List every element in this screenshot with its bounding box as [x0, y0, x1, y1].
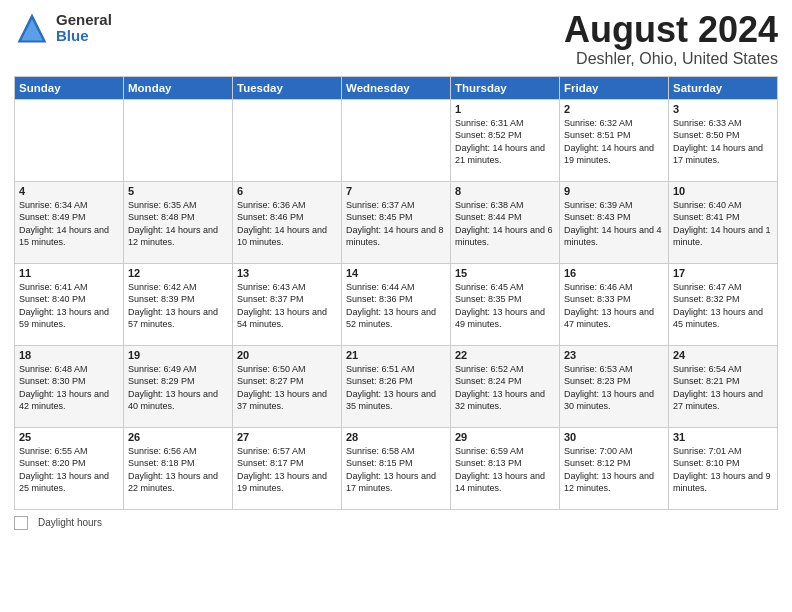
day-info: Sunrise: 6:47 AM Sunset: 8:32 PM Dayligh… — [673, 281, 773, 331]
day-info: Sunrise: 6:33 AM Sunset: 8:50 PM Dayligh… — [673, 117, 773, 167]
day-number: 1 — [455, 103, 555, 115]
calendar-cell: 3Sunrise: 6:33 AM Sunset: 8:50 PM Daylig… — [669, 99, 778, 181]
calendar-cell: 1Sunrise: 6:31 AM Sunset: 8:52 PM Daylig… — [451, 99, 560, 181]
day-info: Sunrise: 6:35 AM Sunset: 8:48 PM Dayligh… — [128, 199, 228, 249]
day-info: Sunrise: 6:38 AM Sunset: 8:44 PM Dayligh… — [455, 199, 555, 249]
logo-general: General — [56, 12, 112, 29]
day-info: Sunrise: 6:48 AM Sunset: 8:30 PM Dayligh… — [19, 363, 119, 413]
day-info: Sunrise: 6:31 AM Sunset: 8:52 PM Dayligh… — [455, 117, 555, 167]
day-number: 19 — [128, 349, 228, 361]
day-number: 10 — [673, 185, 773, 197]
calendar-header-saturday: Saturday — [669, 76, 778, 99]
day-info: Sunrise: 6:45 AM Sunset: 8:35 PM Dayligh… — [455, 281, 555, 331]
day-number: 3 — [673, 103, 773, 115]
calendar-cell — [124, 99, 233, 181]
page: General Blue August 2024 Deshler, Ohio, … — [0, 0, 792, 612]
month-title: August 2024 — [564, 10, 778, 50]
day-info: Sunrise: 6:56 AM Sunset: 8:18 PM Dayligh… — [128, 445, 228, 495]
day-info: Sunrise: 7:00 AM Sunset: 8:12 PM Dayligh… — [564, 445, 664, 495]
day-number: 24 — [673, 349, 773, 361]
header: General Blue August 2024 Deshler, Ohio, … — [14, 10, 778, 68]
day-info: Sunrise: 6:49 AM Sunset: 8:29 PM Dayligh… — [128, 363, 228, 413]
footer: Daylight hours — [14, 516, 778, 530]
calendar-header-friday: Friday — [560, 76, 669, 99]
calendar-cell — [342, 99, 451, 181]
calendar-cell: 28Sunrise: 6:58 AM Sunset: 8:15 PM Dayli… — [342, 427, 451, 509]
day-number: 6 — [237, 185, 337, 197]
day-number: 26 — [128, 431, 228, 443]
day-info: Sunrise: 6:39 AM Sunset: 8:43 PM Dayligh… — [564, 199, 664, 249]
calendar-cell: 20Sunrise: 6:50 AM Sunset: 8:27 PM Dayli… — [233, 345, 342, 427]
calendar-header-sunday: Sunday — [15, 76, 124, 99]
calendar-cell: 15Sunrise: 6:45 AM Sunset: 8:35 PM Dayli… — [451, 263, 560, 345]
calendar-header-wednesday: Wednesday — [342, 76, 451, 99]
day-info: Sunrise: 6:42 AM Sunset: 8:39 PM Dayligh… — [128, 281, 228, 331]
day-number: 16 — [564, 267, 664, 279]
calendar-cell: 18Sunrise: 6:48 AM Sunset: 8:30 PM Dayli… — [15, 345, 124, 427]
day-info: Sunrise: 6:44 AM Sunset: 8:36 PM Dayligh… — [346, 281, 446, 331]
day-number: 28 — [346, 431, 446, 443]
day-number: 2 — [564, 103, 664, 115]
day-info: Sunrise: 6:58 AM Sunset: 8:15 PM Dayligh… — [346, 445, 446, 495]
calendar-week-1: 1Sunrise: 6:31 AM Sunset: 8:52 PM Daylig… — [15, 99, 778, 181]
day-number: 13 — [237, 267, 337, 279]
calendar-cell — [233, 99, 342, 181]
day-number: 7 — [346, 185, 446, 197]
calendar-header-tuesday: Tuesday — [233, 76, 342, 99]
calendar-cell: 17Sunrise: 6:47 AM Sunset: 8:32 PM Dayli… — [669, 263, 778, 345]
calendar-cell: 25Sunrise: 6:55 AM Sunset: 8:20 PM Dayli… — [15, 427, 124, 509]
calendar-cell — [15, 99, 124, 181]
day-info: Sunrise: 6:36 AM Sunset: 8:46 PM Dayligh… — [237, 199, 337, 249]
day-number: 18 — [19, 349, 119, 361]
day-number: 4 — [19, 185, 119, 197]
calendar-cell: 9Sunrise: 6:39 AM Sunset: 8:43 PM Daylig… — [560, 181, 669, 263]
day-info: Sunrise: 6:43 AM Sunset: 8:37 PM Dayligh… — [237, 281, 337, 331]
calendar-header-thursday: Thursday — [451, 76, 560, 99]
calendar-week-4: 18Sunrise: 6:48 AM Sunset: 8:30 PM Dayli… — [15, 345, 778, 427]
day-info: Sunrise: 6:52 AM Sunset: 8:24 PM Dayligh… — [455, 363, 555, 413]
calendar: SundayMondayTuesdayWednesdayThursdayFrid… — [14, 76, 778, 510]
calendar-cell: 26Sunrise: 6:56 AM Sunset: 8:18 PM Dayli… — [124, 427, 233, 509]
calendar-cell: 7Sunrise: 6:37 AM Sunset: 8:45 PM Daylig… — [342, 181, 451, 263]
calendar-cell: 31Sunrise: 7:01 AM Sunset: 8:10 PM Dayli… — [669, 427, 778, 509]
day-info: Sunrise: 6:37 AM Sunset: 8:45 PM Dayligh… — [346, 199, 446, 249]
calendar-cell: 24Sunrise: 6:54 AM Sunset: 8:21 PM Dayli… — [669, 345, 778, 427]
day-info: Sunrise: 6:53 AM Sunset: 8:23 PM Dayligh… — [564, 363, 664, 413]
calendar-cell: 10Sunrise: 6:40 AM Sunset: 8:41 PM Dayli… — [669, 181, 778, 263]
day-info: Sunrise: 6:50 AM Sunset: 8:27 PM Dayligh… — [237, 363, 337, 413]
calendar-cell: 2Sunrise: 6:32 AM Sunset: 8:51 PM Daylig… — [560, 99, 669, 181]
logo-icon — [14, 10, 50, 46]
day-number: 30 — [564, 431, 664, 443]
day-number: 8 — [455, 185, 555, 197]
day-number: 14 — [346, 267, 446, 279]
calendar-cell: 5Sunrise: 6:35 AM Sunset: 8:48 PM Daylig… — [124, 181, 233, 263]
calendar-week-5: 25Sunrise: 6:55 AM Sunset: 8:20 PM Dayli… — [15, 427, 778, 509]
day-number: 21 — [346, 349, 446, 361]
calendar-cell: 6Sunrise: 6:36 AM Sunset: 8:46 PM Daylig… — [233, 181, 342, 263]
calendar-cell: 12Sunrise: 6:42 AM Sunset: 8:39 PM Dayli… — [124, 263, 233, 345]
calendar-cell: 11Sunrise: 6:41 AM Sunset: 8:40 PM Dayli… — [15, 263, 124, 345]
calendar-cell: 27Sunrise: 6:57 AM Sunset: 8:17 PM Dayli… — [233, 427, 342, 509]
calendar-cell: 14Sunrise: 6:44 AM Sunset: 8:36 PM Dayli… — [342, 263, 451, 345]
calendar-cell: 4Sunrise: 6:34 AM Sunset: 8:49 PM Daylig… — [15, 181, 124, 263]
day-info: Sunrise: 6:55 AM Sunset: 8:20 PM Dayligh… — [19, 445, 119, 495]
calendar-cell: 29Sunrise: 6:59 AM Sunset: 8:13 PM Dayli… — [451, 427, 560, 509]
day-info: Sunrise: 7:01 AM Sunset: 8:10 PM Dayligh… — [673, 445, 773, 495]
calendar-week-2: 4Sunrise: 6:34 AM Sunset: 8:49 PM Daylig… — [15, 181, 778, 263]
footer-box — [14, 516, 28, 530]
logo-blue: Blue — [56, 28, 112, 45]
calendar-header-monday: Monday — [124, 76, 233, 99]
calendar-cell: 13Sunrise: 6:43 AM Sunset: 8:37 PM Dayli… — [233, 263, 342, 345]
calendar-cell: 30Sunrise: 7:00 AM Sunset: 8:12 PM Dayli… — [560, 427, 669, 509]
day-number: 29 — [455, 431, 555, 443]
calendar-cell: 23Sunrise: 6:53 AM Sunset: 8:23 PM Dayli… — [560, 345, 669, 427]
day-number: 23 — [564, 349, 664, 361]
logo-text: General Blue — [56, 12, 112, 45]
day-number: 25 — [19, 431, 119, 443]
day-info: Sunrise: 6:34 AM Sunset: 8:49 PM Dayligh… — [19, 199, 119, 249]
day-number: 9 — [564, 185, 664, 197]
footer-label: Daylight hours — [38, 517, 102, 528]
day-info: Sunrise: 6:40 AM Sunset: 8:41 PM Dayligh… — [673, 199, 773, 249]
title-block: August 2024 Deshler, Ohio, United States — [564, 10, 778, 68]
day-info: Sunrise: 6:59 AM Sunset: 8:13 PM Dayligh… — [455, 445, 555, 495]
